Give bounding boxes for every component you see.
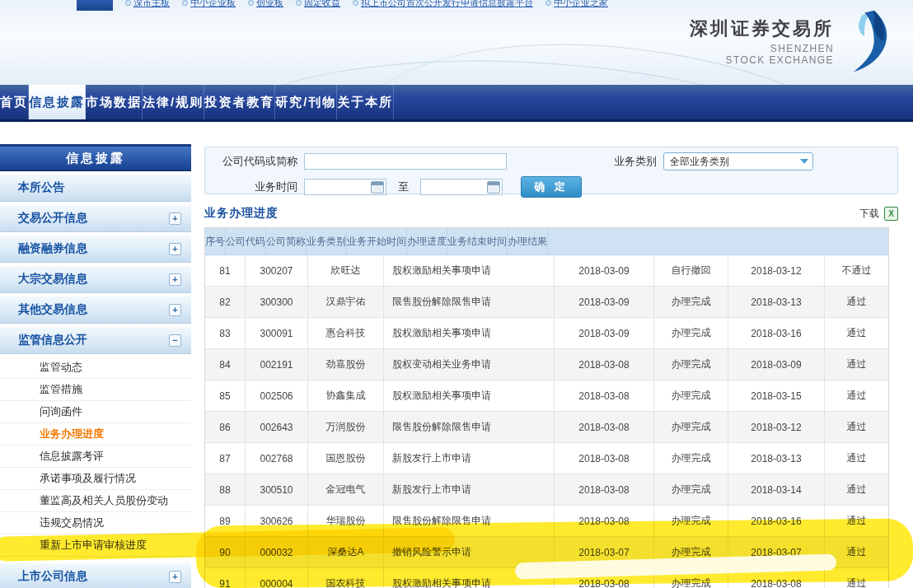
nav-tab[interactable]: 信息披露: [29, 85, 86, 119]
section-title: 业务办理进度: [204, 206, 279, 221]
cell-business-category: 撤销风险警示申请: [384, 537, 555, 567]
table-row[interactable]: 88 300510 金冠电气 新股发行上市申请 2018-03-08 办理完成 …: [205, 474, 888, 506]
sidebar-item[interactable]: 大宗交易信息 +: [0, 265, 191, 293]
cell-business-category: 限售股份解除限售申请: [384, 287, 555, 317]
cell-company-name: 国恩股份: [308, 443, 384, 474]
calendar-icon[interactable]: [487, 181, 500, 194]
expand-toggle-icon[interactable]: −: [169, 334, 181, 347]
top-quicklink-label: 深市主板: [133, 0, 170, 9]
sidebar-item-label: 本所公告: [18, 180, 64, 195]
sidebar-subitem[interactable]: 重新上市申请审核进度: [0, 534, 191, 557]
expand-toggle-icon[interactable]: +: [169, 212, 181, 225]
cell-serial: 85: [205, 380, 246, 411]
table-row[interactable]: 87 002768 国恩股份 新股发行上市申请 2018-03-08 办理完成 …: [205, 443, 888, 474]
table-header-cell: 公司简称: [266, 228, 307, 254]
category-select[interactable]: 全部业务类别: [663, 152, 813, 170]
date-from-input[interactable]: [304, 179, 386, 195]
table-row[interactable]: 86 002643 万润股份 限售股份解除限售申请 2018-03-08 办理完…: [205, 412, 888, 443]
cell-end-date: 2018-03-15: [728, 380, 825, 411]
cell-company-code: 002768: [246, 443, 308, 474]
sidebar-item[interactable]: 监管信息公开 −: [0, 326, 191, 354]
cell-progress: 自行撤回: [654, 255, 728, 286]
download-link[interactable]: 下载 X: [859, 207, 898, 221]
table-row[interactable]: 90 000032 深桑达A 撤销风险警示申请 2018-03-07 办理完成 …: [205, 537, 888, 568]
sidebar-subitem-label: 信息披露考评: [40, 449, 104, 464]
date-to-input[interactable]: [420, 179, 503, 195]
sidebar-subitem-label: 业务办理进度: [40, 427, 104, 441]
cell-start-date: 2018-03-07: [555, 537, 654, 567]
section-header: 业务办理进度 下载 X: [204, 206, 898, 221]
sidebar-item-label: 监管信息公开: [18, 333, 87, 348]
company-code-input[interactable]: [304, 153, 507, 170]
cell-company-code: 300300: [246, 287, 308, 317]
table-row[interactable]: 91 000004 国农科技 股权激励相关事项申请 2018-03-08 办理完…: [205, 568, 888, 588]
logo-swoosh-icon: [840, 10, 892, 72]
nav-tab-label: 法律/规则: [143, 95, 204, 110]
table-row[interactable]: 85 002506 协鑫集成 股权激励相关事项申请 2018-03-08 办理完…: [205, 380, 888, 412]
sidebar-subitem[interactable]: 业务办理进度: [0, 423, 191, 446]
cell-company-name: 深桑达A: [308, 537, 384, 567]
expand-toggle-icon[interactable]: +: [169, 243, 181, 255]
category-label: 业务类别: [564, 154, 657, 169]
nav-tab-label: 信息披露: [29, 95, 85, 110]
sidebar-subitem-label: 监管措施: [40, 382, 82, 397]
nav-tab[interactable]: 关于本所: [337, 85, 394, 119]
cell-business-category: 股权激励相关事项申请: [384, 255, 555, 286]
confirm-button[interactable]: 确 定: [521, 176, 582, 198]
cell-progress: 办理完成: [654, 506, 728, 536]
nav-tab[interactable]: 法律/规则: [143, 85, 204, 119]
cell-result: 通过: [825, 506, 888, 536]
cell-start-date: 2018-03-08: [555, 412, 654, 442]
nav-tab[interactable]: 投资者教育: [204, 85, 275, 119]
top-quicklink[interactable]: 中小企业之家: [545, 0, 608, 9]
sidebar-subitem[interactable]: 承诺事项及履行情况: [0, 468, 191, 490]
nav-tab[interactable]: 研究/刊物: [275, 85, 337, 119]
calendar-icon[interactable]: [371, 181, 384, 194]
expand-toggle-icon[interactable]: +: [169, 273, 181, 286]
excel-icon[interactable]: X: [884, 207, 898, 221]
sidebar-item[interactable]: 交易公开信息 +: [0, 204, 191, 232]
sidebar-subitem[interactable]: 董监高及相关人员股份变动: [0, 490, 191, 512]
table-row[interactable]: 89 300626 华瑞股份 限售股份解除限售申请 2018-03-08 办理完…: [205, 506, 888, 537]
cell-end-date: 2018-03-12: [728, 255, 825, 286]
cell-serial: 90: [205, 537, 246, 567]
sidebar-subitem[interactable]: 问询函件: [0, 401, 191, 423]
sidebar-item[interactable]: 其他交易信息 +: [0, 296, 191, 324]
cell-progress: 办理完成: [654, 380, 728, 411]
cell-result: 通过: [825, 443, 888, 474]
nav-tab[interactable]: 首页: [0, 85, 29, 119]
top-quicklink-label: 固定收益: [304, 0, 340, 9]
cell-result: 通过: [825, 318, 888, 348]
top-left-button[interactable]: [77, 0, 113, 11]
top-quicklink[interactable]: 创业板: [248, 0, 283, 9]
table-header-cell: 业务类别: [307, 228, 347, 254]
top-quicklink-label: 创业板: [256, 0, 283, 9]
sidebar-subitem[interactable]: 监管动态: [0, 357, 191, 379]
sidebar-item[interactable]: 本所公告: [0, 174, 191, 202]
sidebar-subitem[interactable]: 违规交易情况: [0, 512, 191, 534]
filter-box: 公司代码或简称 业务类别 全部业务类别 业务时间 至 确 定: [204, 147, 898, 194]
sidebar-item[interactable]: 融资融券信息 +: [0, 235, 191, 263]
nav-tab-label: 关于本所: [337, 95, 393, 110]
table-row[interactable]: 84 002191 劲嘉股份 股权变动相关业务申请 2018-03-08 办理完…: [205, 349, 888, 380]
cell-progress: 办理完成: [654, 412, 728, 442]
top-quicklink[interactable]: 中小企业板: [182, 0, 236, 9]
table-row[interactable]: 83 300091 惠合科技 股权激励相关事项申请 2018-03-09 办理完…: [205, 318, 888, 349]
sidebar-subitem[interactable]: 信息披露考评: [0, 446, 191, 468]
expand-toggle-icon[interactable]: +: [169, 304, 181, 316]
nav-tab[interactable]: 市场数据: [86, 85, 143, 119]
cell-result: 通过: [825, 568, 888, 588]
top-quicklink[interactable]: 固定收益: [296, 0, 340, 9]
expand-toggle-icon[interactable]: +: [169, 571, 181, 583]
cell-company-name: 金冠电气: [308, 474, 384, 505]
table-row[interactable]: 81 300207 欣旺达 股权激励相关事项申请 2018-03-09 自行撤回…: [205, 255, 888, 287]
sidebar-subitem[interactable]: 监管措施: [0, 379, 191, 401]
top-quicklink[interactable]: 拟上市公司首次公开发行申请信息披露平台: [353, 0, 533, 9]
cell-end-date: 2018-03-09: [728, 349, 825, 380]
bullet-icon: [182, 0, 188, 6]
top-quicklink[interactable]: 深市主板: [125, 0, 170, 9]
cell-serial: 82: [205, 287, 246, 317]
table-row[interactable]: 82 300300 汉鼎宇佑 限售股份解除限售申请 2018-03-09 办理完…: [205, 287, 888, 318]
date-to-label: 至: [398, 180, 409, 194]
sidebar-item[interactable]: 上市公司信息 +: [0, 562, 191, 588]
